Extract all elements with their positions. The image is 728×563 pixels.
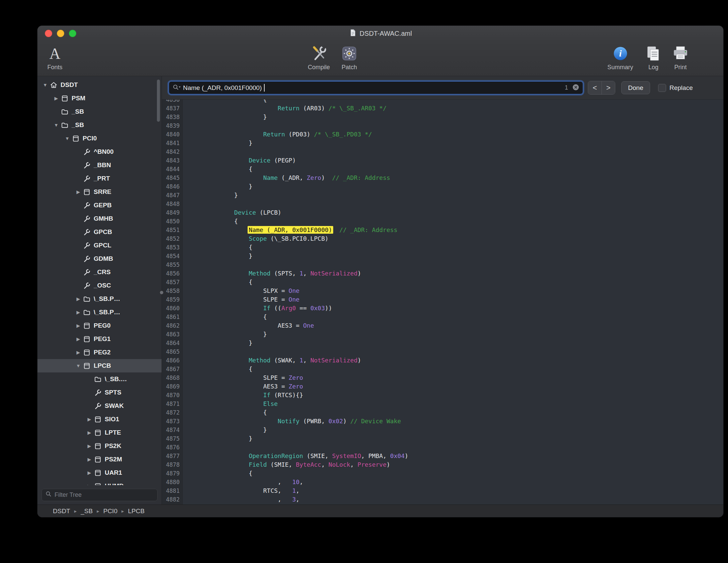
disclosure-triangle-icon[interactable]: ▶: [85, 470, 94, 475]
tree-item-swak[interactable]: SWAK: [37, 399, 162, 413]
tree-item-gepb[interactable]: GEPB: [37, 199, 162, 212]
disclosure-triangle-icon[interactable]: ▶: [74, 323, 83, 328]
tree-item-osc[interactable]: _OSC: [37, 279, 162, 292]
tree-item-sio1[interactable]: ▶SIO1: [37, 413, 162, 426]
clear-search-button[interactable]: [572, 84, 579, 92]
patch-button[interactable]: Patch: [341, 44, 358, 71]
code-line: 4866 Method (SWAK, 1, NotSerialized): [162, 356, 723, 365]
tree-item-gmhb[interactable]: GMHB: [37, 212, 162, 225]
filter-tree-field[interactable]: [55, 491, 154, 498]
tree-item-bn00[interactable]: ^BN00: [37, 145, 162, 158]
tree-item-srre[interactable]: ▶SRRE: [37, 185, 162, 199]
tree-item-sbp[interactable]: ▶\_SB.P…: [37, 292, 162, 306]
filter-tree-input[interactable]: [41, 489, 158, 501]
disclosure-triangle-icon[interactable]: ▶: [52, 96, 61, 101]
log-button[interactable]: Log: [645, 44, 662, 71]
disclosure-triangle-icon[interactable]: ▶: [74, 310, 83, 315]
disclosure-triangle-icon[interactable]: ▶: [85, 417, 94, 422]
tree-item-bbn[interactable]: _BBN: [37, 158, 162, 172]
disclosure-triangle-icon[interactable]: ▶: [74, 350, 83, 355]
tree-item-sb[interactable]: ▼_SB: [37, 118, 162, 132]
tree-item-gpcl[interactable]: GPCL: [37, 239, 162, 252]
tree-item-psm[interactable]: ▶PSM: [37, 92, 162, 105]
code-token: NotSerialized: [310, 357, 358, 364]
sidebar-scrollbar[interactable]: [157, 80, 160, 122]
tree-item-label: _PRT: [94, 175, 110, 182]
code-token: (PEGP): [270, 157, 296, 164]
tree-item-lpte[interactable]: ▶LPTE: [37, 426, 162, 439]
summary-button[interactable]: i Summary: [607, 44, 633, 71]
code-token: ,: [303, 270, 310, 277]
minimize-button[interactable]: [57, 30, 64, 37]
tree-item-dsdt[interactable]: ▼DSDT: [37, 78, 162, 92]
find-previous-button[interactable]: <: [588, 81, 602, 94]
match-count: 1: [565, 84, 568, 91]
code-token: {: [191, 100, 267, 103]
code-token: Device: [249, 157, 270, 164]
fonts-button[interactable]: A Fonts: [47, 44, 63, 71]
print-button[interactable]: Print: [672, 44, 689, 71]
line-number: 4854: [162, 252, 183, 260]
disclosure-triangle-icon[interactable]: ▼: [52, 122, 61, 128]
documents-icon: [645, 44, 662, 63]
tree-item-peg0[interactable]: ▶PEG0: [37, 319, 162, 332]
zoom-button[interactable]: [69, 30, 76, 37]
line-number: 4867: [162, 365, 183, 373]
replace-checkbox[interactable]: [658, 84, 666, 92]
tree-item-peg1[interactable]: ▶PEG1: [37, 332, 162, 346]
tree-item-prt[interactable]: _PRT: [37, 172, 162, 185]
code-line: 4840 Return (PD03) /* \_SB_.PD03 */: [162, 130, 723, 139]
tree-item-uar1[interactable]: ▶UAR1: [37, 466, 162, 479]
breadcrumb-item[interactable]: _SB: [81, 508, 93, 515]
line-number: 4870: [162, 391, 183, 400]
tree-item-ps2k[interactable]: ▶PS2K: [37, 439, 162, 453]
disclosure-triangle-icon[interactable]: ▶: [74, 296, 83, 302]
tree-item-gdmb[interactable]: GDMB: [37, 252, 162, 265]
tree-item-spts[interactable]: SPTS: [37, 386, 162, 399]
method-icon: [83, 228, 91, 236]
line-number: 4861: [162, 313, 183, 321]
tree-item-gpcb[interactable]: GPCB: [37, 225, 162, 239]
tree-item-peg2[interactable]: ▶PEG2: [37, 346, 162, 359]
disclosure-triangle-icon[interactable]: ▶: [85, 457, 94, 462]
code-token: }: [191, 113, 267, 120]
disclosure-triangle-icon[interactable]: ▶: [85, 443, 94, 449]
breadcrumb-item[interactable]: PCI0: [103, 508, 117, 515]
breadcrumb-item[interactable]: DSDT: [53, 508, 70, 515]
tree-item-humd[interactable]: ▶HUMD: [37, 479, 162, 485]
breadcrumb-separator: ▸: [74, 508, 77, 514]
tree-item-ps2m[interactable]: ▶PS2M: [37, 453, 162, 466]
code-token: 1: [299, 357, 303, 364]
tree-item-crs[interactable]: _CRS: [37, 265, 162, 279]
search-input[interactable]: Name (_ADR, 0x001F0000) 1: [169, 81, 583, 94]
code-token: One: [289, 287, 300, 294]
disclosure-triangle-icon[interactable]: ▶: [74, 336, 83, 342]
line-number: 4851: [162, 226, 183, 234]
find-next-button[interactable]: >: [602, 81, 615, 94]
splitter-handle[interactable]: [160, 291, 164, 295]
done-button[interactable]: Done: [621, 81, 650, 94]
line-number: 4858: [162, 287, 183, 295]
disclosure-triangle-icon[interactable]: ▼: [63, 136, 72, 141]
breadcrumb-item[interactable]: LPCB: [128, 508, 145, 515]
code-line: 4838 }: [162, 113, 723, 121]
device-icon: [83, 322, 91, 330]
disclosure-triangle-icon[interactable]: ▶: [74, 189, 83, 195]
tree-item-sb[interactable]: _SB: [37, 105, 162, 118]
disclosure-triangle-icon[interactable]: ▼: [74, 363, 83, 368]
titlebar[interactable]: DSDT-AWAC.aml: [37, 26, 723, 41]
tree-item-label: LPTE: [105, 429, 121, 436]
breadcrumb: DSDT▸_SB▸PCI0▸LPCB: [53, 508, 145, 515]
disclosure-triangle-icon[interactable]: ▼: [41, 82, 50, 88]
close-button[interactable]: [45, 30, 52, 37]
tree-item-sb[interactable]: \_SB.…: [37, 372, 162, 386]
disclosure-triangle-icon[interactable]: ▶: [85, 430, 94, 435]
code-line: 4848: [162, 200, 723, 208]
code-editor[interactable]: 4836 {4837 Return (AR03) /* \_SB_.AR03 *…: [162, 100, 723, 504]
tree-item-lpcb[interactable]: ▼LPCB: [37, 359, 162, 372]
disclosure-triangle-icon[interactable]: ▶: [85, 483, 94, 485]
tree-item-sbp[interactable]: ▶\_SB.P…: [37, 306, 162, 319]
tree-item-pci0[interactable]: ▼PCI0: [37, 132, 162, 145]
compile-button[interactable]: Compile: [308, 44, 330, 71]
code-token: (SWAK,: [270, 357, 299, 364]
